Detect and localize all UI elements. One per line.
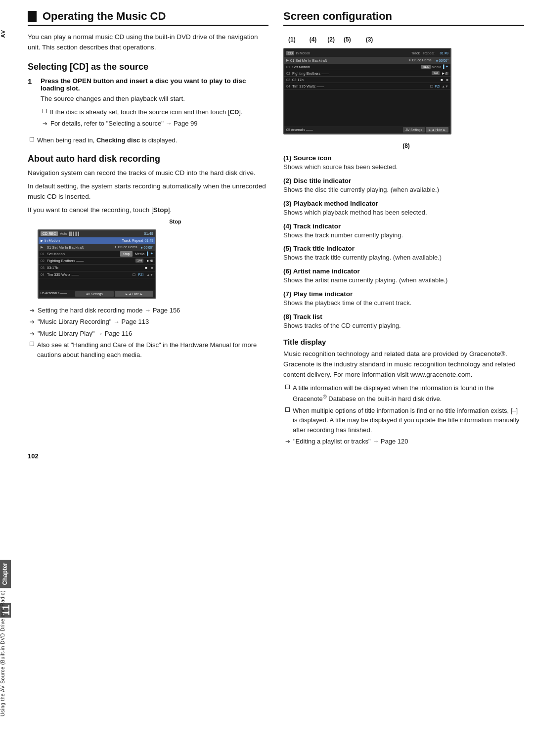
cd-sel-icon: ▶ — [41, 239, 43, 243]
indicator-5-desc: Shows the track title currently playing.… — [283, 253, 524, 263]
title-display-title: Title display — [283, 338, 524, 346]
auto-recording-para1: Navigation system can record the tracks … — [28, 168, 268, 178]
cd-sel-repeat: Repeat — [132, 239, 143, 242]
screen-num-labels: (1) (4) (2) (5) (3) — [288, 32, 524, 43]
cd-logo: CD-REC — [41, 231, 58, 236]
step2-bullet: When being read in, Checking disc is dis… — [28, 135, 268, 145]
page-number: 102 — [28, 452, 524, 460]
td-bullet-3-text: "Editing a playlist or tracks" → Page 12… — [293, 437, 408, 446]
td-bullet-2: When multiple options of title informati… — [283, 406, 524, 435]
cd-top-time: 01:49 — [144, 231, 153, 236]
ar-bullet-4: Also see at "Handling and Care of the Di… — [28, 340, 268, 359]
indicator-4: (4) Track indicator Shows the track numb… — [283, 222, 524, 240]
screen-config-title: Screen configuration — [283, 10, 524, 26]
title-display-para1: Music recognition technology and related… — [283, 349, 524, 380]
cd-selected-row: ▶ In Motion Track Repeat 01:49 — [39, 237, 155, 244]
indicators-section: (1) Source icon Shows which source has b… — [283, 154, 524, 446]
indicator-8-desc: Shows tracks of the CD currently playing… — [283, 321, 524, 331]
indicator-6-desc: Shows the artist name currently playing.… — [283, 276, 524, 285]
cd-top-info: Auto ▐▌▌▌▌ — [60, 232, 80, 235]
section-operating: Operating the Music CD You can play a no… — [28, 10, 268, 53]
black-rect-icon — [28, 11, 37, 22]
step2-text: When being read in, Checking disc is dis… — [37, 135, 177, 145]
indicator-2-title: (2) Disc title indicator — [283, 177, 524, 184]
using-label: Using the AV Source (Built-in DVD Drive … — [0, 590, 11, 716]
cd-sel-title: In Motion — [44, 238, 121, 243]
arrow-icon-2: ➔ — [30, 317, 35, 326]
ar-bullet-2-text: "Music Library Recording" → Page 113 — [38, 317, 149, 327]
cd-row-3: 03 03:17b ■ ■ — [39, 265, 155, 271]
sidebar: AV Chapter 11 Using the AV Source (Built… — [0, 0, 14, 756]
bullet-2-text: For details, refer to "Selecting a sourc… — [50, 119, 198, 129]
screen-config-image: CD In Motion Track Repeat 01:49 ▶ 01 Set… — [283, 48, 451, 134]
indicator-6-title: (6) Artist name indicator — [283, 267, 524, 275]
indicator-5: (5) Track title indicator Shows the trac… — [283, 245, 524, 263]
square-bullet-icon — [43, 109, 47, 113]
num-1: (1) — [288, 36, 296, 43]
td-bullet-2-text: When multiple options of title informati… — [293, 406, 524, 435]
step-1-bullets: If the disc is already set, touch the so… — [41, 107, 268, 129]
sc-top-bar: CD In Motion Track Repeat 01:49 — [284, 49, 450, 57]
cd-sel-num: 01:49 — [144, 239, 153, 242]
operating-intro: You can play a normal music CD using the… — [28, 32, 268, 53]
num-5: (5) — [344, 36, 351, 43]
chapter-label: Chapter — [0, 560, 11, 588]
indicator-2: (2) Disc title indicator Shows the disc … — [283, 177, 524, 195]
cd-row-4: 04 Tim 335 Waltz —— □ PZI ▲▼ — [39, 271, 155, 278]
step-1: 1 Press the OPEN button and insert a dis… — [28, 77, 268, 132]
square-bullet-2-icon — [30, 137, 34, 141]
indicator-1-desc: Shows which source has been selected. — [283, 163, 524, 172]
sc-header-row: ▶ 01 Set Me In Backtraft ✦ Bruce Herns ●… — [284, 57, 450, 64]
step-1-num: 1 — [28, 77, 37, 132]
sq-icon-4 — [30, 342, 34, 346]
num-4: (4) — [310, 36, 317, 43]
indicator-4-title: (4) Track indicator — [283, 222, 524, 230]
step-1-content: Press the OPEN button and insert a disc … — [41, 77, 268, 132]
indicator-1-title: (1) Source icon — [283, 154, 524, 162]
cd-screen-mockup: CD-REC Auto ▐▌▌▌▌ 01:49 ▶ In Motion Trac… — [38, 229, 156, 299]
section-auto-recording: About auto hard disk recording Navigatio… — [28, 154, 268, 359]
screen-config-title-text: Screen configuration — [283, 10, 392, 23]
step2-bullets: When being read in, Checking disc is dis… — [28, 135, 268, 145]
num-2: (2) — [327, 36, 335, 43]
indicator-5-title: (5) Track title indicator — [283, 245, 524, 252]
auto-recording-title: About auto hard disk recording — [28, 154, 268, 164]
arrow-icon-3: ➔ — [30, 329, 35, 338]
ar-bullet-1: ➔ Setting the hard disk recording mode →… — [28, 306, 268, 315]
td-bullet-3: ➔ "Editing a playlist or tracks" → Page … — [283, 437, 524, 446]
section-selecting: Selecting [CD] as the source 1 Press the… — [28, 62, 268, 145]
operating-title-text: Operating the Music CD — [43, 10, 166, 23]
auto-recording-para3: If you want to cancel the recording, tou… — [28, 205, 268, 216]
cd-screen-label-stop: Stop — [82, 219, 268, 224]
indicator-4-desc: Shows the track number currently playing… — [283, 231, 524, 240]
sc-row-2: 02 Fighting Brothers —— 144 ►/II — [284, 70, 450, 77]
num-3: (3) — [366, 36, 373, 43]
num-8-label: (8) — [288, 142, 524, 149]
indicator-8: (8) Track list Shows tracks of the CD cu… — [283, 313, 524, 331]
indicator-7: (7) Play time indicator Shows the playba… — [283, 290, 524, 308]
ar-bullet-4-text: Also see at "Handling and Care of the Di… — [37, 340, 268, 359]
indicator-7-title: (7) Play time indicator — [283, 290, 524, 298]
indicator-2-desc: Shows the disc title currently playing. … — [283, 185, 524, 195]
step-1-title: Press the OPEN button and insert a disc … — [41, 77, 268, 92]
cd-bottom-bar: 05 Arsenal's —— AV Settings ►◄ Hide ► — [39, 290, 155, 298]
selecting-title: Selecting [CD] as the source — [28, 62, 268, 72]
ar-bullet-3: ➔ "Music Library Play" → Page 116 — [28, 329, 268, 339]
step-1-desc: The source changes and then playback wil… — [41, 94, 268, 104]
cd-row-backtraft: ▶ 01 Set Me In Backtraft ✦ Bruce Herns ●… — [39, 244, 155, 251]
td-sq-1 — [285, 385, 290, 389]
columns: Operating the Music CD You can play a no… — [28, 10, 524, 449]
title-display-bullets: A title information will be displayed wh… — [283, 383, 524, 446]
indicator-3: (3) Playback method indicator Shows whic… — [283, 200, 524, 218]
sc-row-4: 04 Tim 335 Waltz —— □ PZI ▲▼ — [284, 83, 450, 89]
auto-recording-bullets: ➔ Setting the hard disk recording mode →… — [28, 306, 268, 360]
bullet-1: If the disc is already set, touch the so… — [41, 107, 268, 117]
cd-row-2: 02 Fighting Brothers —— 144 ►/II — [39, 258, 155, 265]
arrow-icon-1: ➔ — [30, 306, 35, 315]
indicator-6: (6) Artist name indicator Shows the arti… — [283, 267, 524, 285]
sc-row-1: 01 Set Motion REC Media ▌✦ — [284, 64, 450, 70]
cd-top-bar: CD-REC Auto ▐▌▌▌▌ 01:49 — [39, 230, 155, 237]
indicator-8-title: (8) Track list — [283, 313, 524, 320]
td-bullet-1-text: A title information will be displayed wh… — [293, 383, 524, 404]
indicator-3-title: (3) Playback method indicator — [283, 200, 524, 207]
